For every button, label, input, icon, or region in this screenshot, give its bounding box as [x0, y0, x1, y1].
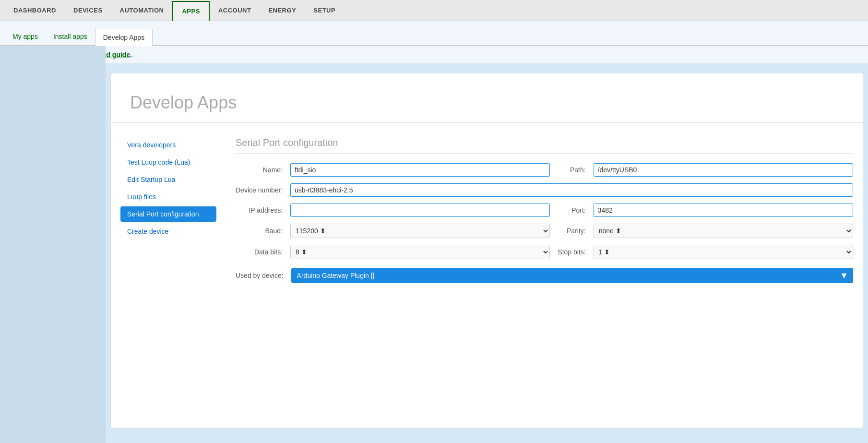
- data-bits-select[interactable]: 8 ⬍ 7 6 5: [290, 245, 550, 259]
- sidebar-item-serial-port[interactable]: Serial Port configuration: [120, 206, 216, 222]
- path-input[interactable]: [594, 163, 853, 177]
- nav-dashboard[interactable]: DASHBOARD: [5, 0, 65, 21]
- port-label: Port:: [558, 206, 585, 214]
- form-grid: Name: Path: Device number: IP address: P…: [236, 163, 853, 259]
- panel-title: Develop Apps: [111, 73, 863, 123]
- white-panel: Develop Apps Vera developers Test Luup c…: [110, 73, 863, 428]
- nav-setup[interactable]: SETUP: [305, 0, 344, 21]
- baud-label: Baud:: [236, 227, 283, 235]
- left-sidebar-background: [0, 46, 106, 443]
- new-user-banner: New user? Read Getting Started guide.: [0, 46, 868, 63]
- section-title: Serial Port configuration: [236, 137, 853, 154]
- sidebar-item-edit-startup[interactable]: Edit Startup Lua: [120, 172, 216, 187]
- panel-body: Vera developers Test Luup code (Lua) Edi…: [111, 123, 863, 428]
- top-nav: DASHBOARD DEVICES AUTOMATION APPS ACCOUN…: [0, 0, 868, 21]
- main-content: Develop Apps Vera developers Test Luup c…: [0, 63, 868, 438]
- device-number-label: Device number:: [236, 186, 283, 194]
- sidebar: Vera developers Test Luup code (Lua) Edi…: [120, 137, 226, 413]
- sidebar-item-luup-files[interactable]: Luup files: [120, 189, 216, 204]
- name-input[interactable]: [290, 163, 550, 177]
- nav-automation[interactable]: AUTOMATION: [111, 0, 173, 21]
- sidebar-item-vera-developers[interactable]: Vera developers: [120, 137, 216, 153]
- path-label: Path:: [558, 166, 585, 174]
- name-label: Name:: [236, 166, 283, 174]
- subnav-install-apps[interactable]: Install apps: [46, 28, 95, 45]
- used-by-label: Used by device:: [236, 272, 284, 279]
- used-by-select[interactable]: Arduino Gateway Plugin []: [291, 268, 853, 283]
- sidebar-item-create-device[interactable]: Create device: [120, 224, 216, 239]
- used-by-select-wrapper: Arduino Gateway Plugin [] ▼: [291, 268, 853, 283]
- period: .: [130, 51, 132, 59]
- nav-devices[interactable]: DEVICES: [65, 0, 111, 21]
- subnav-my-apps[interactable]: My apps: [5, 28, 46, 45]
- subnav-develop-apps[interactable]: Develop Apps: [95, 29, 153, 46]
- port-input[interactable]: [594, 204, 853, 217]
- data-bits-label: Data bits:: [236, 248, 283, 256]
- ip-address-input[interactable]: [290, 204, 550, 217]
- form-area: Serial Port configuration Name: Path: De…: [226, 137, 853, 413]
- parity-label: Parity:: [558, 227, 585, 235]
- device-number-input[interactable]: [290, 183, 853, 197]
- nav-apps[interactable]: APPS: [172, 1, 209, 21]
- nav-energy[interactable]: ENERGY: [260, 0, 305, 21]
- parity-select[interactable]: none ⬍ even odd: [594, 224, 853, 238]
- sub-nav: My apps Install apps Develop Apps: [0, 21, 868, 46]
- sidebar-item-test-luup[interactable]: Test Luup code (Lua): [120, 155, 216, 170]
- nav-account[interactable]: ACCOUNT: [210, 0, 260, 21]
- baud-select[interactable]: 115200 ⬍ 9600 19200 38400 57600: [290, 224, 550, 238]
- ip-address-label: IP address:: [236, 206, 283, 214]
- stop-bits-select[interactable]: 1 ⬍ 2: [594, 245, 853, 259]
- stop-bits-label: Stop bits:: [558, 248, 585, 256]
- used-by-row: Used by device: Arduino Gateway Plugin […: [236, 268, 853, 283]
